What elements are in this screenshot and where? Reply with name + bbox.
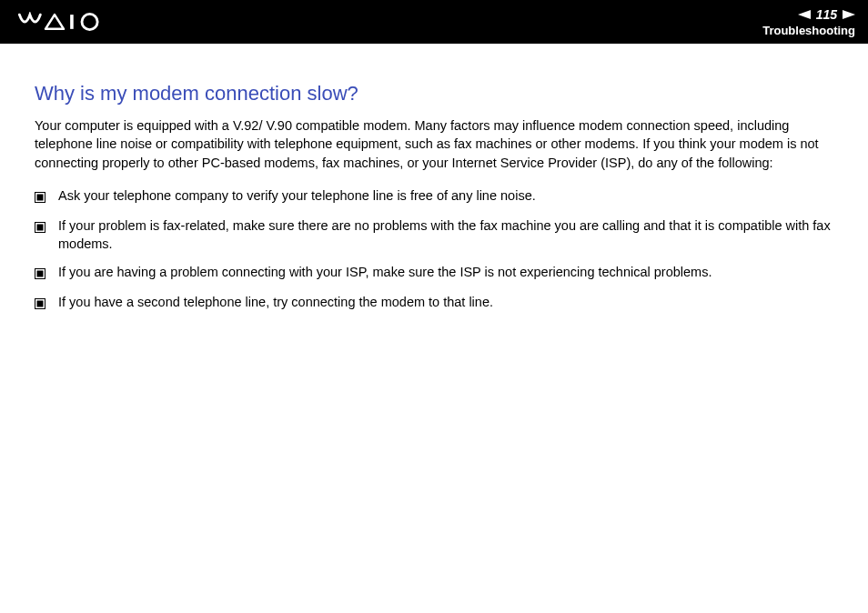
page-number: 115 bbox=[816, 7, 837, 22]
svg-rect-9 bbox=[37, 270, 44, 276]
nav-next-icon[interactable] bbox=[843, 10, 855, 19]
list-item: If you have a second telephone line, try… bbox=[35, 293, 833, 314]
bullet-icon bbox=[35, 266, 45, 284]
svg-rect-7 bbox=[37, 225, 44, 231]
nav-prev-icon[interactable] bbox=[798, 10, 811, 19]
header-right: 115 Troubleshooting bbox=[762, 7, 855, 37]
list-item: Ask your telephone company to verify you… bbox=[35, 186, 833, 207]
list-item: If your problem is fax-related, make sur… bbox=[35, 216, 833, 254]
page-nav: 115 bbox=[798, 7, 855, 22]
vaio-logo bbox=[18, 12, 109, 32]
svg-point-1 bbox=[82, 14, 97, 29]
svg-rect-11 bbox=[37, 301, 44, 307]
bullet-icon bbox=[35, 219, 45, 237]
svg-marker-3 bbox=[843, 10, 855, 19]
bullet-text: If you have a second telephone line, try… bbox=[58, 293, 833, 311]
svg-rect-0 bbox=[70, 15, 74, 29]
list-item: If you are having a problem connecting w… bbox=[35, 263, 833, 284]
bullet-text: If you are having a problem connecting w… bbox=[58, 263, 833, 281]
header-bar: 115 Troubleshooting bbox=[0, 0, 868, 44]
svg-rect-5 bbox=[37, 194, 44, 200]
intro-paragraph: Your computer is equipped with a V.92/ V… bbox=[35, 116, 833, 172]
bullet-list: Ask your telephone company to verify you… bbox=[35, 186, 833, 314]
bullet-text: If your problem is fax-related, make sur… bbox=[58, 216, 833, 254]
svg-marker-2 bbox=[798, 10, 811, 19]
bullet-text: Ask your telephone company to verify you… bbox=[58, 186, 833, 205]
page-heading: Why is my modem connection slow? bbox=[35, 82, 833, 106]
bullet-icon bbox=[35, 189, 45, 207]
section-title: Troubleshooting bbox=[762, 24, 855, 37]
bullet-icon bbox=[35, 296, 45, 314]
content-area: Why is my modem connection slow? Your co… bbox=[0, 44, 868, 341]
